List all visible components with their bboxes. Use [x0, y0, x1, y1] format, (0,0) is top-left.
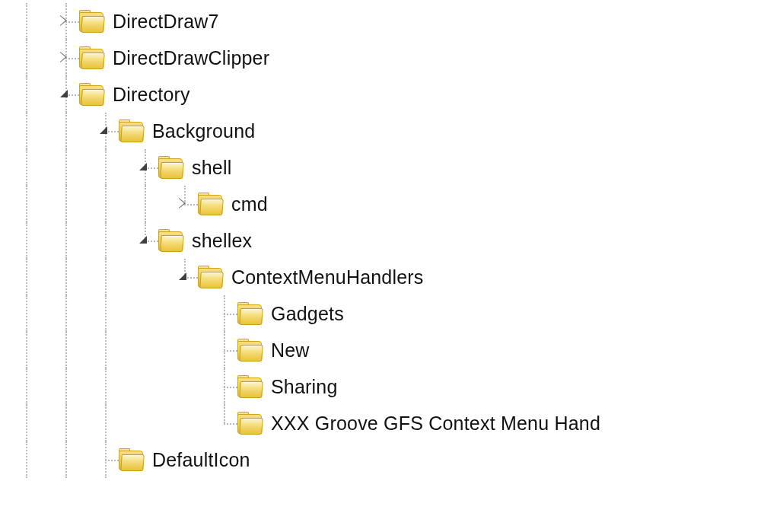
tree-row[interactable]: Gadgets: [0, 295, 761, 332]
tree-item-label: New: [271, 339, 310, 362]
tree-row[interactable]: XXX Groove GFS Context Menu Hand: [0, 405, 761, 441]
folder-icon: [237, 302, 263, 325]
folder-icon: [158, 156, 184, 179]
collapse-icon[interactable]: [60, 88, 71, 99]
tree-item-label: shellex: [192, 230, 252, 252]
tree-row[interactable]: Background: [0, 113, 761, 149]
folder-icon: [237, 375, 263, 398]
folder-icon: [237, 339, 263, 362]
tree-item-label: Background: [152, 120, 255, 142]
tree-row[interactable]: DirectDrawClipper: [0, 40, 761, 76]
collapse-icon[interactable]: [139, 234, 150, 245]
tree-item-label: shell: [192, 157, 231, 179]
collapse-icon[interactable]: [139, 161, 150, 172]
expand-icon[interactable]: [179, 198, 189, 209]
tree-item-label: ContextMenuHandlers: [231, 266, 424, 288]
folder-icon: [79, 46, 105, 69]
tree-row[interactable]: New: [0, 332, 761, 368]
collapse-icon[interactable]: [100, 125, 110, 135]
tree-row[interactable]: DirectDraw7: [0, 3, 761, 40]
folder-icon: [237, 412, 263, 435]
folder-icon: [79, 83, 105, 106]
folder-icon: [119, 119, 145, 142]
tree-row[interactable]: ContextMenuHandlers: [0, 259, 761, 295]
expand-icon[interactable]: [60, 52, 71, 62]
tree-item-label: DefaultIcon: [152, 449, 250, 471]
tree-item-label: Gadgets: [271, 303, 344, 325]
folder-icon: [158, 229, 184, 252]
tree-row[interactable]: Sharing: [0, 368, 761, 405]
tree-item-label: DirectDraw7: [113, 11, 219, 33]
tree-row[interactable]: cmd: [0, 186, 761, 222]
folder-icon: [198, 266, 224, 288]
tree-item-label: Directory: [113, 84, 190, 106]
tree-row[interactable]: Directory: [0, 76, 761, 113]
tree-row[interactable]: shellex: [0, 222, 761, 259]
registry-tree: DirectDraw7 DirectDrawClipper Directory: [0, 0, 761, 478]
tree-item-label: XXX Groove GFS Context Menu Hand: [271, 413, 600, 435]
expand-icon[interactable]: [60, 15, 71, 26]
collapse-icon[interactable]: [179, 271, 189, 282]
tree-item-label: Sharing: [271, 376, 338, 398]
folder-icon: [198, 193, 224, 215]
tree-row[interactable]: shell: [0, 149, 761, 186]
tree-item-label: cmd: [231, 193, 268, 215]
tree-item-label: DirectDrawClipper: [113, 47, 269, 69]
folder-icon: [119, 448, 145, 471]
folder-icon: [79, 10, 105, 33]
tree-row[interactable]: DefaultIcon: [0, 441, 761, 478]
